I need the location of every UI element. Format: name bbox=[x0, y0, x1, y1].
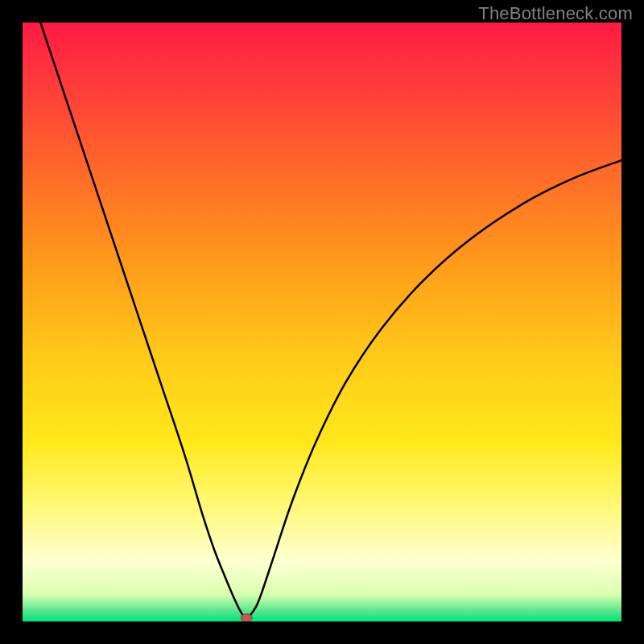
bottleneck-chart bbox=[23, 23, 621, 621]
watermark-text: TheBottleneck.com bbox=[478, 3, 633, 24]
plot-area bbox=[23, 23, 621, 621]
optimum-marker bbox=[241, 614, 252, 621]
gradient-background bbox=[23, 23, 621, 621]
chart-frame: TheBottleneck.com bbox=[0, 0, 644, 644]
